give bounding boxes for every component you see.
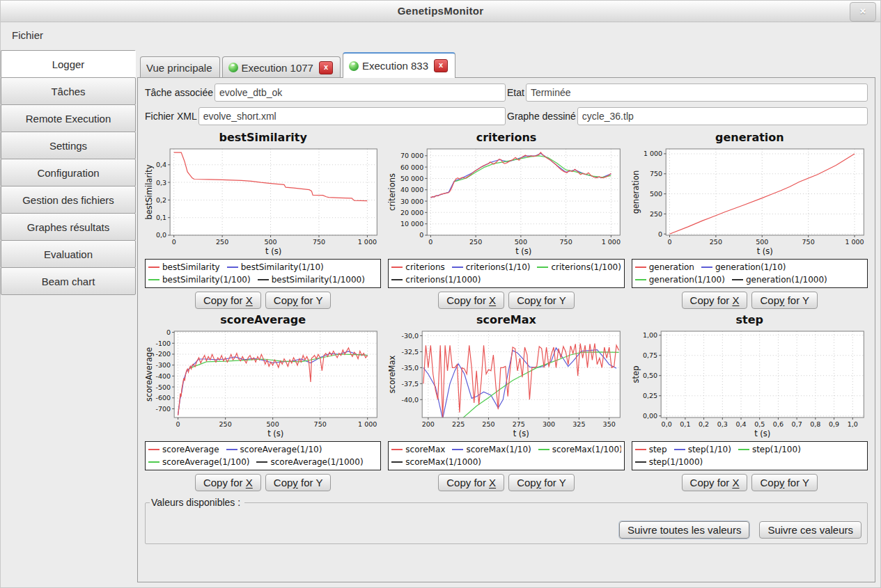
sidebar-item-logger[interactable]: Logger (1, 50, 136, 78)
sidebar-item-configuration[interactable]: Configuration (1, 159, 136, 186)
svg-text:0,25: 0,25 (643, 392, 657, 399)
svg-text:750: 750 (802, 238, 814, 246)
svg-text:0,5: 0,5 (754, 420, 765, 428)
chart-title: bestSimilarity (145, 131, 381, 145)
copy-for-x-button[interactable]: Copy for X (682, 474, 748, 491)
copy-for-y-button[interactable]: Copy for Y (751, 292, 818, 309)
copy-for-x-button[interactable]: Copy for X (682, 292, 748, 309)
tab-label: Vue principale (146, 62, 212, 74)
copy-for-y-button[interactable]: Copy for Y (265, 292, 332, 309)
field-label-fichier-xml: Fichier XML (145, 111, 197, 122)
copy-buttons-row: Copy for XCopy for Y (145, 474, 381, 491)
svg-text:0,50: 0,50 (643, 372, 657, 379)
svg-text:1 000: 1 000 (644, 150, 662, 157)
copy-for-x-button[interactable]: Copy for X (438, 474, 504, 491)
sidebar-item-remote-execution[interactable]: Remote Execution (1, 104, 136, 132)
svg-text:750: 750 (560, 238, 572, 246)
charts-row: scoreAverage02505007501 0000-100-200-300… (145, 313, 868, 495)
sidebar-item-gestion-des-fichiers[interactable]: Gestion des fichiers (1, 186, 136, 214)
sidebar-item-t-ches[interactable]: Tâches (1, 77, 136, 105)
execution-status-icon (228, 63, 238, 72)
svg-text:t (s): t (s) (265, 246, 281, 256)
sidebar-item-beam-chart[interactable]: Beam chart (1, 267, 136, 295)
svg-text:250: 250 (469, 238, 482, 246)
suivre-toutes-les-valeurs-button[interactable]: Suivre toutes les valeurs (619, 521, 749, 539)
tab-execution-1077[interactable]: Execution 1077x (222, 56, 341, 78)
series-line-icon (391, 279, 403, 280)
legend-entry: criterions(1/10) (452, 262, 531, 272)
svg-text:t (s): t (s) (756, 246, 772, 256)
svg-text:-100: -100 (156, 340, 171, 347)
sidebar-item-evaluation[interactable]: Evaluation (1, 240, 136, 268)
legend-entry: scoreAverage(1/1000) (256, 457, 363, 467)
svg-text:300: 300 (543, 420, 555, 428)
svg-text:200: 200 (422, 420, 435, 428)
field-input-t-che-associ-e[interactable] (215, 84, 506, 102)
footer-buttons: Suivre toutes les valeursSuivre ces vale… (619, 521, 861, 539)
field-label-graphe-dessin-: Graphe dessiné (507, 111, 576, 122)
chart-plot-step: 0,00,10,20,30,40,50,60,70,80,91,00,000,2… (632, 327, 868, 438)
chart-scoreAverage: scoreAverage02505007501 0000-100-200-300… (145, 313, 381, 495)
tab-close-icon[interactable]: x (319, 61, 333, 74)
form-row: Fichier XMLGraphe dessiné (145, 107, 868, 125)
chart-generation: generation02505007501 00002505007501 000… (632, 131, 868, 313)
series-line-icon (738, 449, 749, 450)
series-line-icon (537, 267, 548, 268)
field-input-graphe-dessin-[interactable] (577, 107, 868, 125)
execution-form: Tâche associéeEtatFichier XMLGraphe dess… (143, 84, 869, 125)
form-field-group: Tâche associée (145, 84, 506, 102)
chart-scoreMax: scoreMax200225250275300325350-30,0-32,5-… (388, 313, 624, 495)
svg-text:0,2: 0,2 (156, 196, 166, 204)
legend-entry: scoreAverage(1/100) (148, 457, 249, 467)
legend-entry: generation(1/100) (635, 275, 725, 285)
svg-text:bestSimilarity: bestSimilarity (145, 164, 154, 219)
copy-for-y-button[interactable]: Copy for Y (508, 474, 575, 491)
copy-for-x-button[interactable]: Copy for X (438, 292, 504, 309)
svg-text:500: 500 (267, 420, 279, 428)
legend-entry: bestSimilarity(1/10) (227, 262, 324, 272)
tab-vue-principale[interactable]: Vue principale (140, 56, 220, 78)
legend-entry: generation(1/10) (701, 262, 786, 272)
suivre-ces-valeurs-button[interactable]: Suivre ces valeurs (759, 521, 861, 539)
svg-text:250: 250 (216, 238, 228, 246)
legend-row: generation(1/100)generation(1/1000) (635, 273, 864, 286)
chart-title: generation (632, 131, 868, 145)
legend-row: criterions(1/1000) (391, 273, 621, 286)
form-field-group: Etat (507, 84, 868, 102)
svg-text:750: 750 (313, 238, 325, 246)
sidebar-item-settings[interactable]: Settings (1, 132, 136, 159)
series-line-icon (674, 449, 685, 450)
svg-text:0: 0 (176, 420, 180, 428)
legend-label: scoreMax (405, 445, 445, 454)
copy-for-y-button[interactable]: Copy for Y (751, 474, 818, 491)
svg-text:0,0: 0,0 (156, 232, 166, 239)
legend-entry: step (635, 445, 667, 454)
svg-text:40 000: 40 000 (400, 186, 423, 193)
field-input-etat[interactable] (526, 84, 868, 102)
chart-title: criterions (388, 131, 624, 145)
legend-entry: scoreMax(1/1000) (391, 457, 481, 467)
sidebar-item-graphes-r-sultats[interactable]: Graphes résultats (1, 213, 136, 241)
legend-label: criterions(1/100) (551, 262, 621, 272)
copy-for-x-button[interactable]: Copy for X (195, 474, 261, 491)
svg-text:-32,5: -32,5 (402, 348, 419, 356)
app-window: GenetipsMonitor × Fichier LoggerTâchesRe… (0, 0, 881, 588)
svg-text:1,00: 1,00 (643, 331, 657, 339)
field-input-fichier-xml[interactable] (198, 107, 506, 125)
copy-for-y-button[interactable]: Copy for Y (265, 474, 332, 491)
svg-text:250: 250 (483, 420, 495, 428)
svg-text:0: 0 (658, 230, 662, 238)
tab-close-icon[interactable]: x (434, 59, 448, 72)
svg-text:0,6: 0,6 (773, 420, 783, 428)
copy-for-x-button[interactable]: Copy for X (195, 292, 261, 309)
menu-fichier[interactable]: Fichier (8, 28, 47, 42)
legend-label: bestSimilarity (162, 262, 220, 272)
execution-status-icon (349, 61, 359, 71)
tab-execution-833[interactable]: Execution 833x (343, 52, 455, 78)
legend-label: scoreMax(1/10) (466, 445, 531, 454)
legend-row: scoreMax(1/1000) (391, 456, 621, 468)
field-label-t-che-associ-e: Tâche associée (145, 87, 213, 98)
copy-for-y-button[interactable]: Copy for Y (508, 292, 575, 309)
window-close-button[interactable]: × (850, 2, 876, 22)
legend-label: step (649, 445, 667, 454)
